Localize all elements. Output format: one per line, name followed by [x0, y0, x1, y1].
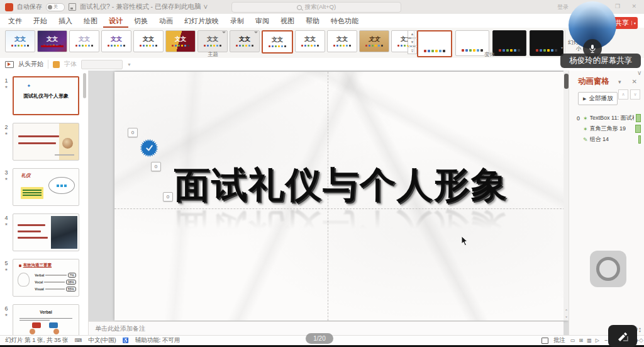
comments-button[interactable]: 批注	[553, 336, 565, 344]
slide-sorter-icon[interactable]: ⊞	[579, 338, 583, 343]
menu-tab[interactable]: 切换	[128, 14, 153, 28]
theme-color-dots	[365, 45, 383, 47]
play-all-button[interactable]: ▶ 全部播放	[578, 92, 618, 105]
accessibility-status[interactable]: 辅助功能: 不可用	[135, 336, 180, 344]
annotation-pen-button[interactable]	[608, 325, 637, 347]
gallery-expand-icon[interactable]: ⊽	[408, 47, 417, 54]
meeting-floating-widget[interactable]	[590, 251, 626, 287]
theme-thumbnail[interactable]: 文文	[262, 30, 293, 54]
move-handle-icon[interactable]: ◇	[639, 337, 643, 343]
reorder-buttons: ∧ ∨	[618, 89, 640, 100]
menu-tab[interactable]: 视图	[275, 14, 300, 28]
menu-tab[interactable]: 录制	[225, 14, 250, 28]
gallery-up-icon[interactable]: ▲	[408, 30, 417, 38]
theme-thumbnail[interactable]: 文文	[230, 30, 260, 52]
variant-color-dots	[462, 49, 483, 52]
theme-thumbnail[interactable]: 文文	[197, 30, 228, 52]
menu-tab[interactable]: 动画	[153, 14, 179, 28]
timing-bar[interactable]	[636, 114, 641, 122]
login-label[interactable]: 登录	[557, 3, 569, 11]
theme-thumbnail[interactable]: 文文	[359, 30, 389, 52]
theme-thumbnail[interactable]: 文文	[327, 30, 357, 52]
slideshow-icon[interactable]: ▷	[596, 338, 599, 343]
menu-tab[interactable]: 开始	[28, 14, 53, 28]
theme-preview-text: 文文	[272, 37, 283, 43]
slide-4-preview[interactable]	[13, 213, 79, 251]
slide-thumbnail-6[interactable]: 6 ★ Verbal	[0, 304, 79, 336]
animation-item[interactable]: ✶ 直角三角形 19	[569, 123, 644, 134]
mini-percent: 7%	[68, 273, 76, 278]
menu-tab[interactable]: 插入	[53, 14, 78, 28]
menu-tab[interactable]: 幻灯片放映	[179, 14, 225, 28]
slide-5-preview[interactable]: 有效沟通三要素 Verbal 7% Vocal 38% Visual 55%	[13, 259, 79, 297]
save-icon[interactable]	[69, 3, 76, 11]
menu-tab[interactable]: 设计	[103, 14, 128, 28]
theme-gallery-scroll[interactable]: ▲ ▼ ⊽	[408, 30, 417, 54]
variant-color-dots	[499, 49, 520, 52]
share-label: 共享	[615, 18, 629, 28]
autosave-toggle[interactable]: 关	[46, 3, 65, 11]
theme-thumbnail[interactable]: 文文	[37, 30, 67, 52]
slide-thumbnail-3[interactable]: 3 ★ 礼仪	[0, 168, 79, 206]
animation-item[interactable]: 0 ✶ TextBox 11: 面试礼...	[569, 113, 644, 123]
animation-order-badge[interactable]: 0	[151, 162, 161, 171]
slide-1-preview[interactable]: ✦ 面试礼仪与个人形象	[13, 76, 79, 115]
move-down-button[interactable]: ∨	[630, 89, 640, 100]
theme-thumbnail[interactable]: 文文	[165, 30, 196, 52]
slide-title-text[interactable]: 面试礼仪与个人形象	[114, 161, 568, 210]
zoom-out-button[interactable]: −	[604, 337, 608, 344]
slide-3-preview[interactable]: 礼仪	[13, 168, 79, 206]
editing-canvas: 面试礼仪与个人形象 面试礼仪与个人形象 0 0 0 ⌃ ⌄ 单击此处添加备注	[89, 71, 569, 336]
mini-text-line	[45, 288, 65, 290]
mini-slide-title: 有效沟通三要素	[23, 263, 52, 268]
reading-view-icon[interactable]: ▥	[587, 338, 592, 343]
timing-bar[interactable]	[635, 125, 641, 133]
animation-item[interactable]: ✎ 组合 14	[569, 134, 644, 145]
menu-tab[interactable]: 文件	[3, 14, 28, 28]
font-label: 字体	[64, 60, 77, 69]
language-indicator[interactable]: 中文(中国)	[88, 336, 116, 344]
current-slide[interactable]: 面试礼仪与个人形象 面试礼仪与个人形象 0 0 0	[114, 72, 568, 321]
timing-bar[interactable]	[638, 135, 641, 144]
chevron-down-icon[interactable]: ∨	[637, 69, 641, 76]
spinner-icons[interactable]: ▴▾	[639, 327, 641, 333]
document-title[interactable]: 面试礼仪? - 兼容性模式 - 已保存到此电脑 ∨	[80, 3, 208, 11]
menu-tab[interactable]: 特色功能	[325, 14, 364, 28]
normal-view-icon[interactable]: ▭	[570, 338, 575, 343]
font-combobox[interactable]	[81, 60, 123, 69]
starburst-shape[interactable]	[140, 134, 158, 162]
theme-thumbnail[interactable]: 文文	[5, 30, 35, 52]
gallery-down-icon[interactable]: ▼	[408, 38, 417, 46]
slide-meta: 2 ★	[0, 123, 13, 161]
theme-thumbnail[interactable]: 文文	[69, 30, 99, 52]
theme-thumbnail[interactable]: 文文	[133, 30, 164, 52]
variant-thumbnail[interactable]	[492, 30, 526, 56]
panel-scrollbar[interactable]	[83, 73, 86, 98]
variant-thumbnail[interactable]	[417, 30, 452, 57]
slide-thumbnail-5[interactable]: 5 ★ 有效沟通三要素 Verbal 7% Vocal 38% Vis	[0, 259, 79, 297]
menu-tab[interactable]: 帮助	[300, 14, 325, 28]
scrollbar-handle[interactable]	[564, 74, 569, 89]
move-up-button[interactable]: ∧	[618, 89, 628, 100]
slide-thumbnail-1[interactable]: 1 ★ ✦ 面试礼仪与个人形象	[0, 76, 79, 115]
animation-order-badge[interactable]: 0	[163, 192, 173, 202]
theme-thumbnail[interactable]: 文文	[101, 30, 131, 52]
start-from-beginning-button[interactable]: 从头开始	[18, 60, 43, 69]
variant-color-dots	[536, 49, 557, 52]
slide-2-preview[interactable]	[13, 123, 79, 161]
slide-thumbnail-2[interactable]: 2 ★	[0, 123, 79, 161]
close-icon[interactable]: ✕	[630, 78, 639, 85]
animation-order-badge[interactable]: 0	[128, 128, 138, 137]
variant-expand-icon[interactable]: ▾	[561, 45, 563, 50]
menu-tab[interactable]: 绘图	[78, 14, 103, 28]
screen-share-banner: 杨俊玲的屏幕共享	[560, 54, 641, 68]
theme-thumbnail[interactable]: 文文	[295, 30, 325, 52]
pane-menu-icon[interactable]: ▾	[616, 79, 623, 85]
slide-thumbnail-4[interactable]: 4 ★	[0, 213, 79, 251]
chevron-down-icon[interactable]: ▼	[127, 62, 131, 67]
variant-thumbnail[interactable]	[530, 30, 564, 56]
slide-6-preview[interactable]: Verbal	[13, 304, 79, 336]
menu-tab[interactable]: 审阅	[250, 14, 275, 28]
search-input[interactable]: 搜索(Alt+Q)	[231, 2, 401, 13]
animation-star-icon: ★	[4, 131, 8, 135]
